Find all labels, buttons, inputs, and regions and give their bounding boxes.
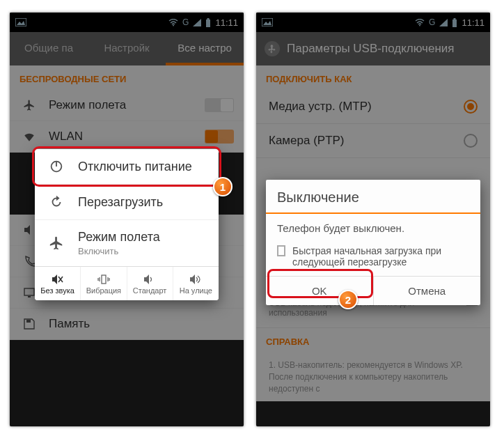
sound-vibrate[interactable]: Вибрация [81, 267, 127, 300]
airplane-sublabel: Включить [78, 246, 160, 256]
quickboot-checkbox[interactable] [277, 245, 285, 256]
cancel-button[interactable]: Отмена [373, 277, 481, 305]
dialog-title: Выключение [266, 180, 480, 214]
quickboot-label: Быстрая начальная загрузка при следующей… [292, 245, 469, 268]
sound-standard[interactable]: Стандарт [127, 267, 173, 300]
airplane-icon [46, 235, 67, 251]
dialog-checkbox-row[interactable]: Быстрая начальная загрузка при следующей… [266, 242, 480, 276]
phone-left: G 11:11 Общие па Настройк Все настро БЕС… [10, 13, 244, 426]
vibrate-icon [97, 272, 110, 286]
shutdown-dialog: Выключение Телефон будет выключен. Быстр… [266, 180, 480, 305]
sound-silent[interactable]: Без звука [35, 267, 81, 300]
sound-mode-row: Без звука Вибрация Стандарт На улице [35, 266, 219, 300]
airplane-item[interactable]: Режим полета Включить [35, 220, 219, 266]
sound-icon [143, 272, 156, 286]
badge-2: 2 [338, 290, 358, 309]
power-off-item[interactable]: Отключить питание [35, 149, 219, 185]
power-off-label: Отключить питание [78, 160, 192, 174]
airplane-label: Режим полета [78, 230, 160, 244]
reboot-item[interactable]: Перезагрузить [35, 185, 219, 220]
power-icon [46, 159, 67, 174]
power-menu: Отключить питание Перезагрузить Режим по… [35, 149, 219, 300]
loud-icon [189, 272, 202, 286]
svg-rect-13 [102, 275, 106, 284]
notch [349, 13, 397, 18]
notch [102, 13, 151, 18]
dialog-message: Телефон будет выключен. [266, 214, 480, 242]
mute-icon [52, 272, 64, 286]
reboot-icon [46, 194, 67, 210]
phone-right: G 11:11 Параметры USB-подключения ПОДКЛЮ… [256, 13, 490, 426]
badge-1: 1 [213, 177, 233, 196]
sound-outdoor[interactable]: На улице [173, 267, 219, 300]
reboot-label: Перезагрузить [78, 195, 163, 210]
